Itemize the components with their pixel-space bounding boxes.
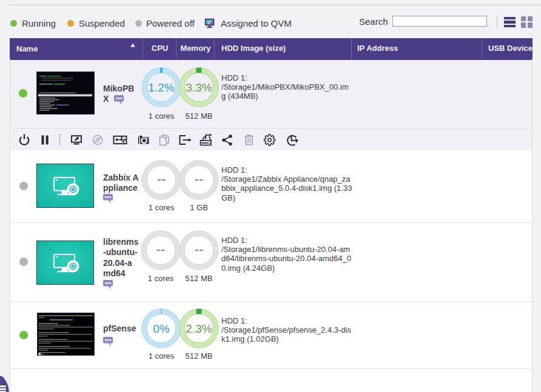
svg-text:3.3%: 3.3% [186,81,212,94]
svg-text:1.2%: 1.2% [148,81,174,94]
svg-text:2.3%: 2.3% [186,322,212,335]
svg-text:0%: 0% [153,322,170,335]
